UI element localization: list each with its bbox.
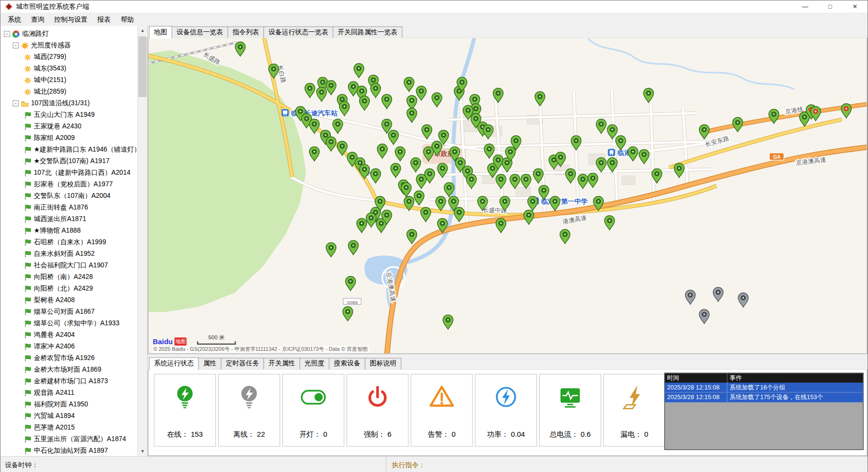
device-pin[interactable] bbox=[357, 218, 367, 233]
collapse-icon[interactable] bbox=[13, 42, 19, 49]
device-pin[interactable] bbox=[346, 276, 356, 291]
tree-device-item[interactable]: 芭茅塘 A2015 bbox=[0, 422, 138, 433]
device-pin[interactable] bbox=[644, 88, 654, 103]
device-pin[interactable] bbox=[432, 93, 442, 107]
tree-device-item[interactable]: 彭家巷（党校后面）A1977 bbox=[0, 179, 138, 190]
device-pin[interactable] bbox=[443, 315, 453, 329]
tree-device-item[interactable]: 五里派出所（富源汽配）A1874 bbox=[0, 433, 138, 445]
device-pin[interactable] bbox=[326, 243, 336, 257]
device-pin[interactable] bbox=[269, 64, 279, 79]
menu-item[interactable]: 报表 bbox=[92, 13, 115, 26]
tree-sensor-item[interactable]: 城北(2859) bbox=[0, 86, 138, 97]
device-pin[interactable] bbox=[639, 150, 649, 164]
bottom-tab[interactable]: 搜索设备 bbox=[329, 358, 365, 369]
tree-device-item[interactable]: 向阳桥（南）A2428 bbox=[0, 271, 138, 283]
scrollbar-thumb[interactable] bbox=[139, 36, 147, 97]
tree-device-item[interactable]: 汽贸城 A1894 bbox=[0, 410, 138, 422]
tree-root[interactable]: 临湘路灯 bbox=[0, 28, 138, 40]
device-pin[interactable] bbox=[395, 147, 405, 161]
device-pin[interactable] bbox=[235, 42, 245, 56]
menu-item[interactable]: 控制与设置 bbox=[49, 13, 92, 26]
window-button[interactable]: ✕ bbox=[842, 0, 868, 13]
device-pin[interactable] bbox=[305, 83, 315, 98]
device-pin[interactable] bbox=[407, 229, 417, 244]
device-pin[interactable] bbox=[466, 174, 476, 189]
device-pin[interactable] bbox=[699, 125, 709, 139]
tree-device-item[interactable]: ★交警队西(107南) A1917 bbox=[0, 155, 138, 167]
tree-sensor-item[interactable]: 城西(2799) bbox=[0, 51, 138, 63]
device-pin[interactable] bbox=[333, 119, 343, 134]
device-pin[interactable] bbox=[378, 144, 388, 158]
tree-device-item[interactable]: 王家珑巷 A2430 bbox=[0, 121, 138, 132]
tree-device-item[interactable]: 谭家冲 A2406 bbox=[0, 341, 138, 352]
tree-device-item[interactable]: 梨树巷 A2408 bbox=[0, 294, 138, 306]
device-pin[interactable] bbox=[550, 196, 560, 211]
device-pin[interactable] bbox=[371, 169, 381, 183]
device-pin[interactable] bbox=[578, 174, 588, 189]
device-pin[interactable] bbox=[401, 182, 411, 197]
tree-device-item[interactable]: 交警队东（107南）A2004 bbox=[0, 190, 138, 202]
device-pin[interactable] bbox=[309, 147, 320, 161]
tree-device-group[interactable]: 107国道沿线(31/31) bbox=[0, 97, 138, 109]
device-pin[interactable] bbox=[524, 210, 534, 224]
device-pin[interactable] bbox=[421, 208, 431, 222]
device-pin[interactable] bbox=[436, 196, 446, 211]
tree-sensor-item[interactable]: 城中(2151) bbox=[0, 74, 138, 86]
device-pin[interactable] bbox=[674, 163, 684, 178]
bottom-tab[interactable]: 系统运行状态 bbox=[149, 357, 198, 370]
device-pin[interactable] bbox=[404, 77, 414, 92]
tree-device-item[interactable]: 福利院对面 A1950 bbox=[0, 399, 138, 410]
scroll-up-icon[interactable]: ▲ bbox=[138, 26, 147, 35]
device-pin[interactable] bbox=[496, 174, 506, 189]
tree-device-item[interactable]: 向阳桥（北）A2429 bbox=[0, 283, 138, 294]
device-pin[interactable] bbox=[416, 86, 426, 100]
device-pin[interactable] bbox=[496, 218, 506, 233]
device-pin[interactable] bbox=[811, 107, 821, 121]
tree-device-item[interactable]: 南正街转盘 A1876 bbox=[0, 202, 138, 213]
device-pin[interactable] bbox=[769, 109, 779, 124]
scroll-down-icon[interactable]: ▼ bbox=[138, 446, 147, 456]
device-pin[interactable] bbox=[360, 96, 370, 111]
device-pin[interactable] bbox=[607, 125, 617, 139]
device-pin[interactable] bbox=[713, 287, 723, 302]
device-pin[interactable] bbox=[510, 174, 520, 189]
map-canvas[interactable]: 长盛路长白路临湘长途汽车站长盛路市政府长盛中路临湘站长安东路京港线G4京港澳高速… bbox=[148, 38, 868, 354]
device-pin[interactable] bbox=[326, 81, 336, 95]
window-button[interactable]: — bbox=[793, 0, 818, 13]
bottom-tab[interactable]: 属性 bbox=[198, 358, 222, 369]
device-pin[interactable] bbox=[616, 136, 626, 150]
menu-item[interactable]: 查询 bbox=[26, 13, 49, 26]
device-pin[interactable] bbox=[699, 309, 709, 324]
device-pin[interactable] bbox=[366, 213, 376, 227]
tree-device-item[interactable]: 五尖山大门东 A1949 bbox=[0, 109, 138, 121]
device-pin[interactable] bbox=[416, 174, 426, 189]
device-pin[interactable] bbox=[484, 144, 494, 158]
tree-device-item[interactable]: 石咀桥（自来水）A1999 bbox=[0, 236, 138, 248]
device-pin[interactable] bbox=[407, 108, 417, 123]
device-pin[interactable] bbox=[317, 87, 327, 102]
device-pin[interactable] bbox=[343, 306, 353, 321]
tree-device-item[interactable]: 金桥农贸市场 A1926 bbox=[0, 352, 138, 364]
device-pin[interactable] bbox=[596, 119, 606, 134]
bottom-tab[interactable]: 定时器任务 bbox=[221, 358, 264, 369]
tree-device-item[interactable]: 城西派出所A1871 bbox=[0, 213, 138, 225]
device-pin[interactable] bbox=[628, 147, 638, 161]
collapse-icon[interactable] bbox=[13, 100, 19, 107]
device-pin[interactable] bbox=[349, 240, 359, 255]
bottom-tab[interactable]: 开关属性 bbox=[264, 358, 300, 369]
bottom-tab[interactable]: 光照度 bbox=[299, 358, 329, 369]
tree-device-item[interactable]: 烟草公司（求知中学）A1933 bbox=[0, 318, 138, 329]
device-pin[interactable] bbox=[588, 173, 598, 188]
event-row[interactable]: 2025/3/28 12:15:08 系统加载了175个设备，在线153个 bbox=[665, 392, 863, 403]
menu-item[interactable]: 系统 bbox=[3, 13, 26, 26]
device-pin[interactable] bbox=[411, 158, 421, 172]
tree-device-item[interactable]: 烟草公司对面 A1867 bbox=[0, 306, 138, 318]
device-pin[interactable] bbox=[422, 125, 432, 139]
device-pin[interactable] bbox=[414, 191, 424, 205]
tree-device-item[interactable]: 观音路 A2411 bbox=[0, 387, 138, 399]
device-pin[interactable] bbox=[454, 208, 464, 222]
map-tab[interactable]: 开关回路属性一览表 bbox=[333, 27, 402, 38]
device-pin[interactable] bbox=[686, 290, 696, 305]
map-tab[interactable]: 设备运行状态一览表 bbox=[264, 27, 333, 38]
device-pin[interactable] bbox=[483, 125, 493, 139]
